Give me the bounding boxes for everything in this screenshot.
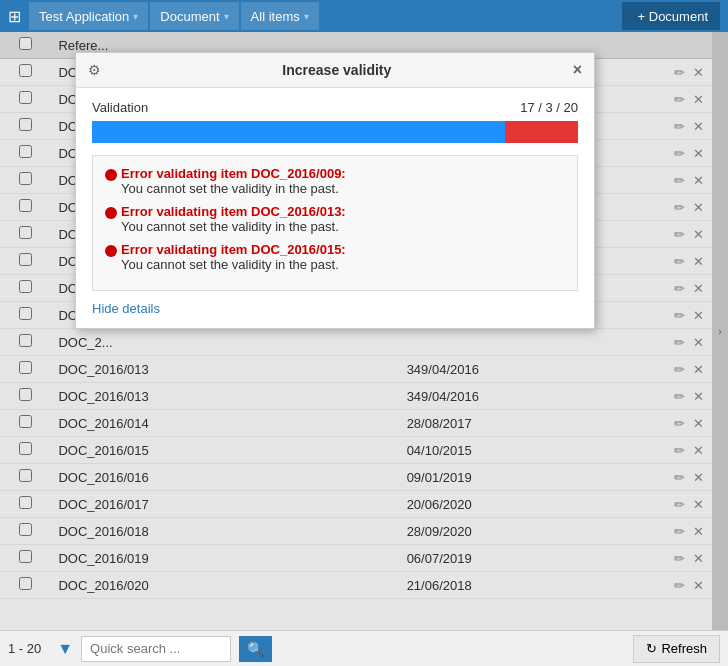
error-circle-icon: [105, 207, 117, 219]
chevron-down-icon: ▾: [133, 11, 138, 22]
progress-bar-success: [92, 121, 505, 143]
modal-header: ⚙ Increase validity ×: [76, 53, 594, 88]
breadcrumb-all-items[interactable]: All items ▾: [241, 2, 319, 30]
error-item: Error validating item DOC_2016/013: You …: [105, 204, 565, 234]
validation-label: Validation: [92, 100, 148, 115]
error-title: Error validating item DOC_2016/015:: [105, 242, 565, 257]
close-icon[interactable]: ×: [573, 61, 582, 79]
add-document-button[interactable]: + Document: [622, 2, 720, 30]
increase-validity-modal: ⚙ Increase validity × Validation 17 / 3 …: [75, 52, 595, 329]
error-circle-icon: [105, 245, 117, 257]
breadcrumb-test-application[interactable]: Test Application ▾: [29, 2, 148, 30]
chevron-down-icon: ▾: [224, 11, 229, 22]
hide-details-link[interactable]: Hide details: [92, 301, 160, 316]
error-title: Error validating item DOC_2016/013:: [105, 204, 565, 219]
error-message: You cannot set the validity in the past.: [121, 257, 565, 272]
search-input[interactable]: [81, 636, 231, 662]
chevron-down-icon: ▾: [304, 11, 309, 22]
refresh-icon: ↻: [646, 641, 657, 656]
modal-body: Validation 17 / 3 / 20 Error validating …: [76, 88, 594, 328]
refresh-button[interactable]: ↻ Refresh: [633, 635, 720, 663]
refresh-label: Refresh: [661, 641, 707, 656]
modal-title: Increase validity: [101, 62, 573, 78]
top-navigation: ⊞ Test Application ▾ Document ▾ All item…: [0, 0, 728, 32]
filter-icon[interactable]: ▼: [57, 640, 73, 658]
error-item: Error validating item DOC_2016/009: You …: [105, 166, 565, 196]
error-title: Error validating item DOC_2016/009:: [105, 166, 565, 181]
breadcrumb-document[interactable]: Document ▾: [150, 2, 238, 30]
app-icon[interactable]: ⊞: [8, 7, 21, 26]
error-item: Error validating item DOC_2016/015: You …: [105, 242, 565, 272]
progress-bar: [92, 121, 578, 143]
validation-header: Validation 17 / 3 / 20: [92, 100, 578, 115]
error-box: Error validating item DOC_2016/009: You …: [92, 155, 578, 291]
error-circle-icon: [105, 169, 117, 181]
error-message: You cannot set the validity in the past.: [121, 219, 565, 234]
validation-count: 17 / 3 / 20: [520, 100, 578, 115]
progress-bar-error: [505, 121, 578, 143]
search-button[interactable]: 🔍: [239, 636, 272, 662]
error-message: You cannot set the validity in the past.: [121, 181, 565, 196]
main-content: Refere... DOC_2... ✏ ✕ DOC_2... ✏ ✕ DOC_…: [0, 32, 728, 630]
gear-icon: ⚙: [88, 62, 101, 78]
page-info: 1 - 20: [8, 641, 41, 656]
bottom-bar: 1 - 20 ▼ 🔍 ↻ Refresh: [0, 630, 728, 666]
